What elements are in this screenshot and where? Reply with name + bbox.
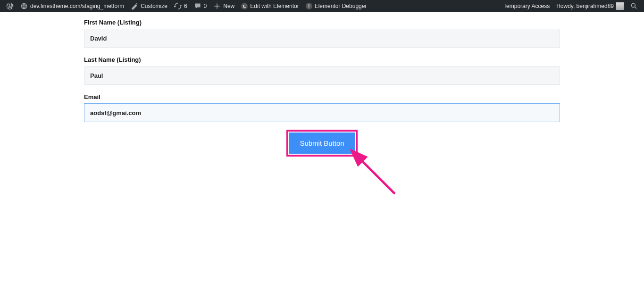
elementor-icon: E bbox=[241, 3, 248, 9]
wordpress-icon bbox=[6, 2, 14, 10]
new-link[interactable]: New bbox=[210, 0, 238, 12]
avatar bbox=[616, 2, 624, 10]
updates-icon bbox=[174, 2, 182, 10]
updates-count: 6 bbox=[184, 3, 187, 9]
edit-elementor-link[interactable]: E Edit with Elementor bbox=[238, 0, 302, 12]
annotation-arrow bbox=[350, 149, 407, 206]
search-toggle[interactable] bbox=[627, 0, 641, 12]
updates-link[interactable]: 6 bbox=[171, 0, 191, 12]
elementor-debugger-link[interactable]: i Elementor Debugger bbox=[302, 0, 370, 12]
first-name-label: First Name (Listing) bbox=[84, 19, 560, 26]
comments-count: 0 bbox=[204, 3, 207, 9]
comments-link[interactable]: 0 bbox=[191, 0, 210, 12]
plus-icon bbox=[213, 2, 221, 10]
customize-label: Customize bbox=[141, 3, 167, 9]
brush-icon bbox=[131, 2, 138, 10]
submit-button[interactable]: Submit Button bbox=[289, 133, 354, 154]
submit-wrap: Submit Button bbox=[84, 133, 560, 154]
svg-line-0 bbox=[360, 158, 395, 194]
elementor-debugger-label: Elementor Debugger bbox=[315, 3, 367, 9]
admin-bar-right: Temporary Access Howdy, benjirahmed89 bbox=[500, 0, 641, 12]
site-name-text: dev.finestheme.com/staging_metform bbox=[30, 3, 124, 9]
first-name-group: First Name (Listing) bbox=[84, 19, 560, 48]
form-page: First Name (Listing) Last Name (Listing)… bbox=[0, 12, 644, 154]
debugger-icon: i bbox=[306, 3, 312, 9]
edit-elementor-label: Edit with Elementor bbox=[250, 3, 299, 9]
customize-link[interactable]: Customize bbox=[127, 0, 171, 12]
search-icon bbox=[630, 2, 638, 10]
last-name-group: Last Name (Listing) bbox=[84, 56, 560, 85]
site-icon bbox=[20, 2, 28, 10]
email-input[interactable] bbox=[84, 103, 560, 122]
last-name-label: Last Name (Listing) bbox=[84, 56, 560, 63]
first-name-input[interactable] bbox=[84, 29, 560, 48]
temporary-access-link[interactable]: Temporary Access bbox=[500, 0, 553, 12]
new-label: New bbox=[223, 3, 234, 9]
howdy-label: Howdy, benjirahmed89 bbox=[556, 3, 614, 9]
temporary-access-label: Temporary Access bbox=[503, 3, 550, 9]
admin-bar-left: dev.finestheme.com/staging_metform Custo… bbox=[3, 0, 370, 12]
email-label: Email bbox=[84, 93, 560, 100]
comments-icon bbox=[194, 2, 201, 10]
wp-logo[interactable] bbox=[3, 0, 17, 12]
last-name-input[interactable] bbox=[84, 66, 560, 85]
site-name-link[interactable]: dev.finestheme.com/staging_metform bbox=[17, 0, 127, 12]
email-group: Email bbox=[84, 93, 560, 122]
wp-admin-bar: dev.finestheme.com/staging_metform Custo… bbox=[0, 0, 644, 12]
my-account-link[interactable]: Howdy, benjirahmed89 bbox=[553, 0, 627, 12]
